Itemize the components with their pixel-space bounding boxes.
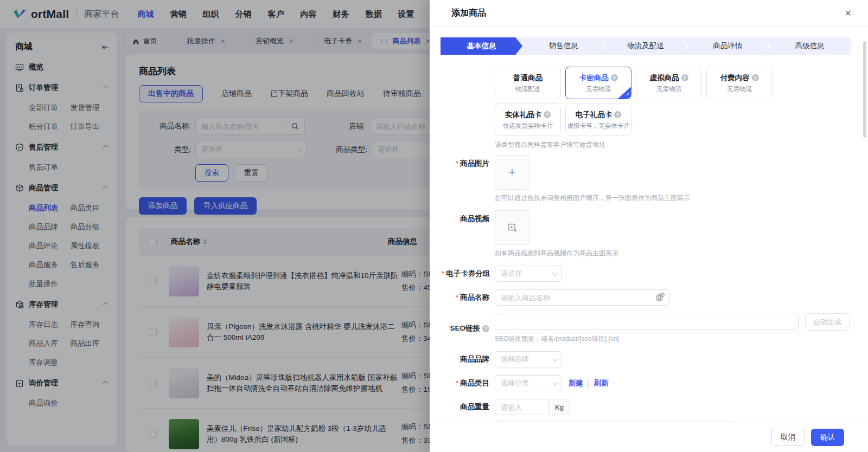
step-product-detail[interactable]: 商品详情 xyxy=(687,37,769,55)
type-card-virtual[interactable]: 虚拟商品? 无需物流 xyxy=(636,67,702,99)
video-hint: 如有商品视频则商品视频作为商品主图展示 xyxy=(495,249,618,258)
type-note: 该类型商品同样需要客户填写收货地址 xyxy=(495,140,777,150)
weight-unit: Kg xyxy=(549,399,570,415)
help-icon[interactable]: ? xyxy=(681,74,688,81)
plus-icon: + xyxy=(509,165,516,179)
help-icon[interactable]: ? xyxy=(544,111,551,118)
type-card-card-key[interactable]: 卡密商品? 无需物流 ✓ xyxy=(565,67,631,99)
type-cards-label-spacer xyxy=(442,67,489,150)
help-icon[interactable]: ? xyxy=(752,74,759,81)
product-video-label: 商品视频 xyxy=(442,210,489,258)
product-name-field[interactable] xyxy=(495,289,669,306)
seo-link-input[interactable] xyxy=(495,314,799,330)
category-select[interactable]: 选择分类 xyxy=(495,375,562,391)
coupon-group-label: 电子卡券分组 xyxy=(442,269,489,279)
select-placeholder: 选择品牌 xyxy=(501,354,529,364)
video-upload-box[interactable] xyxy=(495,210,529,245)
brand-label: 商品品牌 xyxy=(442,354,489,364)
drawer-scrollbar[interactable] xyxy=(863,41,866,138)
step-bar: 基本信息 销售信息 物流及配送 商品详情 高级信息 xyxy=(441,37,851,55)
help-icon[interactable]: ? xyxy=(611,74,618,81)
close-icon[interactable]: ✕ xyxy=(843,6,854,21)
select-placeholder: 选择分类 xyxy=(501,378,529,388)
type-card-desc: 虚拟卡号，无实体卡片 xyxy=(567,122,630,130)
step-basic-info[interactable]: 基本信息 xyxy=(441,37,522,55)
type-card-title: 电子礼品卡 xyxy=(576,110,612,120)
auto-generate-button[interactable]: 自动生成 xyxy=(805,313,850,331)
product-type-cards: 普通商品 物流配送 卡密商品? 无需物流 ✓ 虚拟商品? 无需物流 xyxy=(495,67,777,136)
coupon-group-select[interactable]: 请选择 xyxy=(495,266,562,282)
type-card-title: 卡密商品 xyxy=(579,73,609,83)
drawer-footer: 取消 确认 xyxy=(430,422,868,452)
chevron-down-icon xyxy=(552,356,558,361)
help-icon[interactable]: ? xyxy=(482,325,489,332)
seo-link-label: SEO链接? xyxy=(442,324,489,333)
type-card-normal[interactable]: 普通商品 物流配送 xyxy=(495,67,561,99)
type-card-paid-content[interactable]: 付费内容? 无需物流 xyxy=(706,67,773,99)
category-refresh-link[interactable]: 刷新 xyxy=(594,378,609,388)
product-name-label: 商品名称 xyxy=(442,293,489,302)
type-card-physical-giftcard[interactable]: 实体礼品卡? 快递发货实物卡片 xyxy=(495,104,561,136)
step-advanced-info[interactable]: 高级信息 xyxy=(769,37,851,55)
product-image-label: 商品图片 xyxy=(442,155,489,203)
weight-label: 商品重量 xyxy=(442,402,489,412)
chevron-down-icon xyxy=(552,270,558,276)
type-card-desc: 无需物流 xyxy=(656,85,681,93)
select-placeholder: 请选择 xyxy=(501,269,522,279)
image-hint: 您可以通过拖拽来调整相册图片顺序，第一张图将作为商品主图展示 xyxy=(495,193,690,203)
translate-icon[interactable] xyxy=(655,292,665,302)
step-sales-info[interactable]: 销售信息 xyxy=(522,37,604,55)
type-card-title: 付费内容 xyxy=(720,73,750,83)
drawer-title: 添加商品 xyxy=(451,8,486,19)
category-label: 商品类目 xyxy=(442,378,489,388)
category-new-link[interactable]: 新建 xyxy=(569,378,583,388)
drawer-form: 普通商品 物流配送 卡密商品? 无需物流 ✓ 虚拟商品? 无需物流 xyxy=(430,55,868,428)
selected-check-icon: ✓ xyxy=(618,87,631,99)
type-card-title: 虚拟商品 xyxy=(650,73,679,83)
chevron-down-icon xyxy=(552,380,558,385)
type-card-desc: 无需物流 xyxy=(586,85,611,93)
link-separator: | xyxy=(588,379,590,388)
add-product-drawer: 添加商品 ✕ 基本信息 销售信息 物流及配送 商品详情 高级信息 普通商品 物流… xyxy=(430,0,868,452)
type-card-title: 普通商品 xyxy=(513,73,542,83)
confirm-button[interactable]: 确认 xyxy=(811,429,844,446)
help-icon[interactable]: ? xyxy=(614,111,621,118)
type-card-desc: 快递发货实物卡片 xyxy=(503,122,553,130)
weight-input[interactable] xyxy=(495,399,549,415)
cancel-button[interactable]: 取消 xyxy=(771,429,805,446)
type-card-title: 实体礼品卡 xyxy=(505,110,542,120)
brand-select[interactable]: 选择品牌 xyxy=(495,351,562,367)
seo-hint: SEO链接预览：域名/product/[seo链接].[sn] xyxy=(495,334,850,344)
image-upload-box[interactable]: + xyxy=(495,155,529,190)
type-card-desc: 无需物流 xyxy=(727,85,752,93)
video-upload-icon xyxy=(507,222,518,233)
type-card-e-giftcard[interactable]: 电子礼品卡? 虚拟卡号，无实体卡片 xyxy=(565,104,631,136)
step-logistics[interactable]: 物流及配送 xyxy=(604,37,686,55)
type-card-desc: 物流配送 xyxy=(515,85,540,93)
app-root: ortMall | 商家平台 商城 营销 组织 分销 客户 内容 财务 数据 设… xyxy=(0,0,868,452)
